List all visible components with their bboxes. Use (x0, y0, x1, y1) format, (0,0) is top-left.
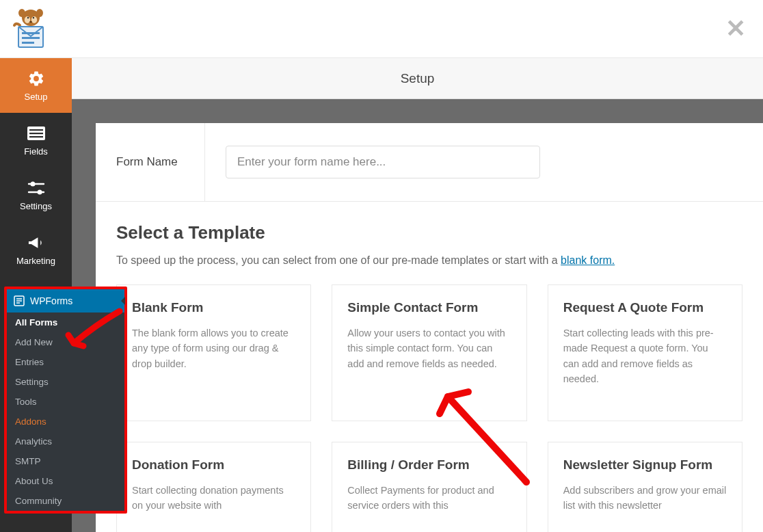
wp-submenu-community[interactable]: Community (7, 491, 124, 511)
sidebar-item-settings[interactable]: Settings (0, 168, 72, 222)
form-name-input[interactable] (226, 146, 540, 178)
svg-point-5 (27, 17, 29, 18)
wpforms-logo (8, 6, 53, 51)
wp-submenu-about-us[interactable]: About Us (7, 471, 124, 491)
sidebar-item-fields[interactable]: Fields (0, 113, 72, 168)
sidebar-item-label: Settings (20, 201, 52, 211)
template-desc: Start collecting leads with this pre-mad… (563, 325, 727, 387)
wp-submenu-addons[interactable]: Addons (7, 412, 124, 431)
template-desc: Start collecting donation payments on yo… (132, 483, 295, 514)
annotation-arrow-icon (420, 373, 537, 489)
form-name-label: Form Name (96, 123, 205, 201)
content-wrap: Form Name Select a Template To speed up … (72, 99, 763, 532)
bullhorn-icon (27, 234, 45, 252)
svg-rect-11 (22, 42, 34, 44)
template-card-request-quote[interactable]: Request A Quote Form Start collecting le… (548, 284, 742, 421)
page-title-text: Setup (401, 71, 435, 86)
sidebar-item-label: Marketing (16, 256, 55, 266)
template-desc: Allow your users to contact you with thi… (347, 325, 511, 371)
template-title: Donation Form (132, 457, 295, 473)
svg-point-7 (29, 21, 32, 23)
sliders-icon (27, 179, 45, 197)
svg-rect-14 (29, 133, 43, 134)
list-icon (27, 124, 45, 142)
template-heading: Select a Template (116, 222, 742, 243)
template-title: Request A Quote Form (563, 300, 727, 315)
page-title: Setup (72, 58, 763, 99)
template-description: To speed up the process, you can select … (116, 254, 742, 267)
template-title: Simple Contact Form (347, 300, 511, 315)
svg-rect-9 (22, 32, 40, 34)
sidebar-item-setup[interactable]: Setup (0, 58, 72, 113)
template-card-newsletter[interactable]: Newsletter Signup Form Add subscribers a… (548, 442, 742, 532)
svg-rect-15 (29, 136, 43, 137)
svg-rect-13 (29, 129, 43, 131)
form-name-row: Form Name (96, 123, 763, 202)
blank-form-link[interactable]: blank form. (561, 254, 615, 266)
svg-point-6 (33, 17, 34, 18)
svg-point-17 (31, 182, 34, 185)
sidebar-item-marketing[interactable]: Marketing (0, 222, 72, 277)
wp-submenu-tools[interactable]: Tools (7, 392, 124, 412)
svg-point-19 (38, 190, 41, 194)
wp-submenu-settings[interactable]: Settings (7, 372, 124, 392)
template-card-donation[interactable]: Donation Form Start collecting donation … (116, 442, 311, 532)
sidebar-item-label: Setup (25, 92, 48, 102)
sidebar-item-label: Fields (24, 146, 48, 157)
template-card-blank[interactable]: Blank Form The blank form allows you to … (116, 284, 311, 421)
wp-submenu-analytics[interactable]: Analytics (7, 431, 124, 451)
main-panel: Setup Form Name Select a Template To spe… (72, 58, 763, 532)
wp-submenu-title-text: WPForms (30, 295, 72, 306)
form-icon (14, 295, 25, 306)
close-icon[interactable]: ✕ (725, 14, 746, 43)
gear-icon (27, 70, 45, 88)
wp-submenu-smtp[interactable]: SMTP (7, 451, 124, 471)
template-desc: The blank form allows you to create any … (132, 325, 295, 371)
template-desc: Add subscribers and grow your email list… (563, 483, 727, 514)
annotation-arrow-icon (62, 308, 123, 356)
topbar: ✕ (0, 0, 763, 58)
svg-point-2 (36, 9, 43, 17)
template-title: Newsletter Signup Form (563, 457, 727, 473)
svg-point-1 (18, 9, 25, 17)
template-section: Select a Template To speed up the proces… (96, 202, 763, 267)
template-title: Blank Form (132, 300, 295, 315)
svg-rect-10 (22, 37, 40, 39)
